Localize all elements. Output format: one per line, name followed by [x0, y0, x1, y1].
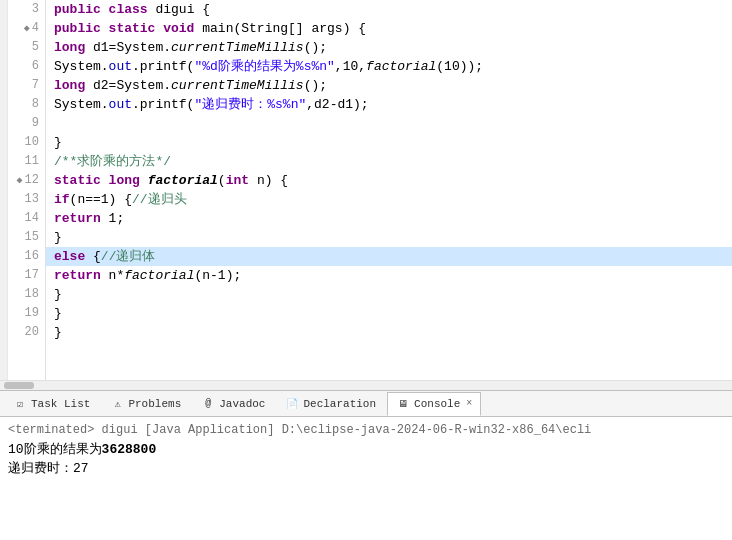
code-token: n) {	[257, 173, 288, 188]
code-token: long	[109, 173, 148, 188]
code-line: System.out.printf("%d阶乘的结果为%s%n",10,fact…	[46, 57, 732, 76]
tab-problems-label: Problems	[128, 398, 181, 410]
code-token: }	[54, 325, 62, 340]
tab-declaration[interactable]: 📄Declaration	[276, 392, 385, 416]
code-line: static long factorial(int n) {	[46, 171, 732, 190]
code-token: (n-1);	[194, 268, 241, 283]
line-number: 3	[8, 0, 45, 19]
code-token: .printf(	[132, 97, 194, 112]
console-terminated-line: <terminated> digui [Java Application] D:…	[8, 421, 724, 440]
code-line: }	[46, 304, 732, 323]
code-line: long d1=System.currentTimeMillis();	[46, 38, 732, 57]
code-line: public class digui {	[46, 0, 732, 19]
line-number: 15	[8, 228, 45, 247]
code-token: long	[54, 78, 93, 93]
code-token: (n==1) {	[70, 192, 132, 207]
scrollbar-area[interactable]	[0, 380, 732, 390]
code-token: factorial	[366, 59, 436, 74]
code-token: class	[109, 2, 156, 17]
bottom-panel: ☑Task List⚠Problems@Javadoc📄Declaration🖥…	[0, 390, 732, 540]
code-token: (10));	[436, 59, 483, 74]
code-line: }	[46, 228, 732, 247]
tab-task-list[interactable]: ☑Task List	[4, 392, 99, 416]
tab-declaration-icon: 📄	[285, 397, 299, 411]
code-line: if(n==1) {//递归头	[46, 190, 732, 209]
code-token: "递归费时：%s%n"	[194, 97, 306, 112]
code-token: {	[93, 249, 101, 264]
code-token: main(String[] args) {	[202, 21, 366, 36]
tab-javadoc-label: Javadoc	[219, 398, 265, 410]
tab-javadoc-icon: @	[201, 397, 215, 411]
code-token: public	[54, 21, 109, 36]
line-number: 16	[8, 247, 45, 266]
line-number: 17	[8, 266, 45, 285]
code-line: public static void main(String[] args) {	[46, 19, 732, 38]
console-output-line-2: 递归费时：27	[8, 459, 724, 478]
code-container: 3◆4567891011◆121314151617181920 public c…	[0, 0, 732, 380]
code-token: return	[54, 268, 109, 283]
code-token: System.	[54, 97, 109, 112]
editor-area: 3◆4567891011◆121314151617181920 public c…	[0, 0, 732, 390]
code-token: }	[54, 306, 62, 321]
line-number: 18	[8, 285, 45, 304]
code-token: public	[54, 2, 109, 17]
line-number: 19	[8, 304, 45, 323]
code-token: /**求阶乘的方法*/	[54, 154, 171, 169]
code-token: (	[218, 173, 226, 188]
code-line: }	[46, 323, 732, 342]
tab-problems-icon: ⚠	[110, 397, 124, 411]
line-number: 7	[8, 76, 45, 95]
code-line: else {//递归体	[46, 247, 732, 266]
tab-console-icon: 🖥	[396, 397, 410, 411]
code-token: factorial	[148, 173, 218, 188]
scrollbar-thumb[interactable]	[4, 382, 34, 389]
code-token: digui {	[155, 2, 210, 17]
tab-javadoc[interactable]: @Javadoc	[192, 392, 274, 416]
code-token: currentTimeMillis	[171, 40, 304, 55]
line-number: 20	[8, 323, 45, 342]
line-number: 9	[8, 114, 45, 133]
code-token: ();	[304, 40, 327, 55]
code-token: static	[109, 21, 164, 36]
line-number: 8	[8, 95, 45, 114]
code-token: ,d2-d1);	[306, 97, 368, 112]
code-token: //递归体	[101, 249, 156, 264]
code-line: /**求阶乘的方法*/	[46, 152, 732, 171]
code-token: currentTimeMillis	[171, 78, 304, 93]
code-line: }	[46, 285, 732, 304]
code-token: .printf(	[132, 59, 194, 74]
code-token: out	[109, 97, 132, 112]
line-number: 10	[8, 133, 45, 152]
line-number: ◆4	[8, 19, 45, 38]
tab-task-list-icon: ☑	[13, 397, 27, 411]
result-value: 3628800	[102, 442, 157, 457]
code-token: d2=System.	[93, 78, 171, 93]
code-token: else	[54, 249, 93, 264]
code-token: long	[54, 40, 93, 55]
code-token: "%d阶乘的结果为%s%n"	[194, 59, 334, 74]
code-token: static	[54, 173, 109, 188]
tab-problems[interactable]: ⚠Problems	[101, 392, 190, 416]
code-token: d1=System.	[93, 40, 171, 55]
code-token: //递归头	[132, 192, 187, 207]
console-output: <terminated> digui [Java Application] D:…	[0, 417, 732, 540]
line-number: 5	[8, 38, 45, 57]
fold-arrow: ◆	[17, 171, 23, 190]
code-token: return	[54, 211, 109, 226]
tab-declaration-label: Declaration	[303, 398, 376, 410]
code-token: void	[163, 21, 202, 36]
line-number: 14	[8, 209, 45, 228]
code-token: factorial	[124, 268, 194, 283]
line-number: 13	[8, 190, 45, 209]
code-token: ,10,	[335, 59, 366, 74]
line-number: 11	[8, 152, 45, 171]
line-numbers: 3◆4567891011◆121314151617181920	[8, 0, 46, 380]
code-token: n*	[109, 268, 125, 283]
code-line	[46, 114, 732, 133]
fold-arrow: ◆	[24, 19, 30, 38]
tab-console-close[interactable]: ×	[466, 398, 472, 409]
code-line: System.out.printf("递归费时：%s%n",d2-d1);	[46, 95, 732, 114]
tab-console[interactable]: 🖥Console×	[387, 392, 481, 416]
tab-task-list-label: Task List	[31, 398, 90, 410]
code-lines[interactable]: public class digui { public static void …	[46, 0, 732, 380]
